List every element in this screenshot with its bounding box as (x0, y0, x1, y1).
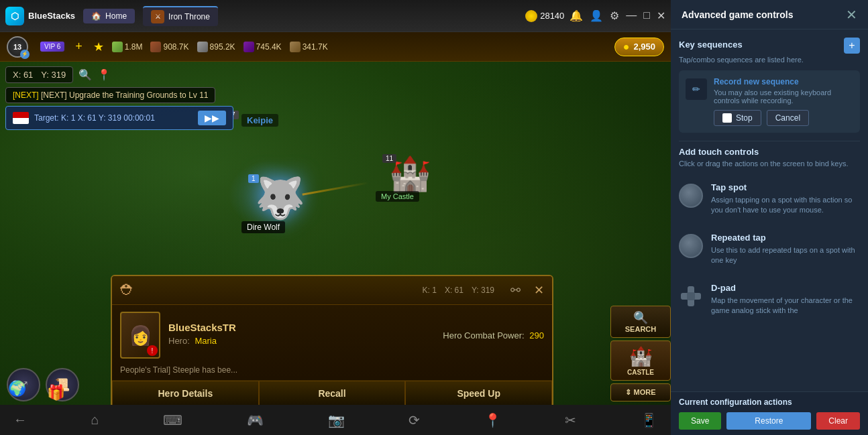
gold-display: ● 2,950 (614, 38, 664, 56)
camera-icon[interactable]: 📷 (328, 412, 345, 428)
mana-icon (243, 42, 254, 52)
quest-bar: [NEXT] [NEXT] Upgrade the Training Groun… (5, 87, 215, 103)
power-resource: 745.4K (243, 42, 282, 52)
tap-spot-item[interactable]: Tap spot Assign tapping on a spot with t… (679, 174, 860, 225)
coords-bar: X: 61 Y: 319 🔍 📍 (0, 62, 671, 87)
settings-icon[interactable]: ⚙ (610, 9, 619, 22)
popup-close-icon[interactable]: ✕ (534, 283, 544, 298)
globe-icon[interactable]: 🌍 (8, 380, 26, 397)
repeated-tap-item[interactable]: Repeated tap Use this to add repeated ta… (679, 225, 860, 275)
hero-avatar: 👩 ! (120, 312, 160, 359)
helmet-icon: ⛑ (120, 282, 135, 299)
wolf-level-badge: 1 (248, 174, 259, 183)
minimize-icon[interactable]: — (626, 9, 637, 22)
action-buttons: 🔍 SEARCH 🏰 CASTLE ⇕ MORE (610, 306, 671, 401)
hero-info: BlueStacksTR Hero: Maria (168, 322, 435, 349)
tab-iron-throne[interactable]: ⚔ Iron Throne (143, 6, 218, 26)
dpad-icon (679, 284, 703, 308)
dpad-title: D-pad (711, 283, 860, 293)
dpad-item[interactable]: D-pad Map the movement of your character… (679, 275, 860, 325)
restore-button[interactable]: Restore (726, 412, 811, 430)
record-actions: Stop Cancel (714, 110, 853, 126)
hero-alert-icon: ! (147, 345, 158, 356)
recall-button[interactable]: Recall (259, 381, 406, 406)
account-icon[interactable]: 👤 (590, 9, 603, 22)
wolf-creature[interactable]: 🐺 (255, 174, 305, 222)
flag-icon (13, 112, 29, 124)
phone-icon[interactable]: 📱 (641, 412, 657, 428)
gold-coin-icon: ● (623, 41, 630, 53)
repeated-tap-icon (679, 234, 703, 258)
scissors-icon[interactable]: ✂ (565, 412, 576, 428)
notification-icon[interactable]: 🔔 (569, 9, 583, 22)
hero-role: Hero: Maria (168, 336, 435, 346)
search-small-icon[interactable]: 🔍 (78, 68, 92, 81)
home-icon: 🏠 (91, 11, 101, 21)
search-button[interactable]: 🔍 SEARCH (610, 306, 671, 338)
bluestacks-icon: ⬡ (5, 7, 24, 25)
gamepad-icon[interactable]: 🎮 (247, 412, 264, 428)
sidebar-title: Advanced game controls (682, 9, 794, 20)
record-section: ✏ Record new sequence You may also use e… (679, 70, 860, 133)
tap-spot-text: Tap spot Assign tapping on a spot with t… (711, 182, 860, 216)
player-level: 13 ⚡ (7, 36, 28, 58)
castle-level-badge: 11 (382, 154, 396, 163)
record-icon: ✏ (686, 78, 707, 100)
add-touch-section: Add touch controls Click or drag the act… (679, 147, 860, 168)
save-button[interactable]: Save (679, 412, 721, 430)
popup-coords: K: 1 X: 61 Y: 319 (423, 286, 494, 295)
home-bottom-icon[interactable]: ⌂ (91, 412, 99, 428)
location-bottom-icon[interactable]: 📍 (484, 412, 501, 428)
coords-display: X: 61 Y: 319 (5, 66, 73, 83)
close-window-icon[interactable]: ✕ (657, 9, 665, 22)
dpad-desc: Map the movement of your character or th… (711, 296, 860, 316)
attack-line (302, 182, 368, 195)
macro-forward-btn[interactable]: ▶▶ (198, 111, 226, 125)
clear-button[interactable]: Clear (816, 412, 860, 430)
share-icon[interactable]: ⚯ (510, 283, 521, 298)
bluestacks-logo: ⬡ BlueStacks (5, 7, 75, 25)
dpad-cross (681, 286, 701, 306)
more-button[interactable]: ⇕ MORE (610, 383, 671, 401)
wolf-name-label: Dire Wolf (241, 221, 285, 233)
quests-icon: 🎁 (47, 384, 65, 401)
top-icons: 🔔 👤 ⚙ — □ ✕ (569, 9, 665, 22)
sidebar-header: Advanced game controls ✕ (671, 0, 868, 29)
tab-home[interactable]: 🏠 Home (83, 9, 135, 23)
tap-spot-icon (679, 184, 703, 208)
location-icon[interactable]: 📍 (97, 68, 111, 81)
hero-popup: ⛑ K: 1 X: 61 Y: 319 ⚯ ✕ 👩 ! BlueSt (111, 275, 553, 414)
keyboard-icon[interactable]: ⌨ (163, 412, 182, 428)
wood-resource: 908.7K (150, 42, 188, 52)
current-config-title: Current configuration actions (679, 397, 860, 407)
maximize-icon[interactable]: □ (643, 9, 650, 22)
scroll-text: People's Trial] Steeple has bee... (112, 365, 552, 380)
divider-1 (679, 141, 860, 141)
tap-spot-desc: Assign tapping on a spot with this actio… (711, 195, 860, 216)
quests-area: 🎁 (47, 384, 65, 401)
speedup-button[interactable]: Speed Up (405, 381, 552, 406)
extra-icon (290, 42, 301, 52)
star-icon[interactable]: ★ (93, 40, 104, 54)
back-icon[interactable]: ← (13, 412, 27, 428)
rotate-icon[interactable]: ⟳ (409, 412, 420, 428)
castle-button[interactable]: 🏰 CASTLE (610, 340, 671, 381)
record-desc: You may also use existing keyboard contr… (714, 88, 853, 105)
plus-icon[interactable]: + (75, 40, 83, 54)
hero-details-button[interactable]: Hero Details (112, 381, 259, 406)
tap-spot-title: Tap spot (711, 182, 860, 192)
castle-name-label: My Castle (376, 191, 419, 202)
ore-icon (197, 42, 208, 52)
game-viewport[interactable]: ⬡ BlueStacks 🏠 Home ⚔ Iron Throne 28140 (0, 0, 671, 435)
add-sequence-button[interactable]: + (844, 38, 860, 54)
cancel-button[interactable]: Cancel (767, 110, 809, 126)
game-icon: ⚔ (151, 10, 164, 23)
sidebar-close-icon[interactable]: ✕ (846, 7, 857, 23)
resources-bar: 13 ⚡ VIP 6 + ★ 1.8M 908.7K (0, 32, 671, 62)
repeated-tap-title: Repeated tap (711, 233, 860, 243)
repeated-tap-desc: Use this to add repeated taps on a spot … (711, 245, 860, 266)
key-sequences-title: Key sequences (679, 40, 743, 50)
stop-button[interactable]: Stop (714, 110, 761, 126)
castle-btn-icon: 🏰 (629, 345, 653, 367)
add-touch-desc: Click or drag the actions on the screen … (679, 160, 860, 168)
